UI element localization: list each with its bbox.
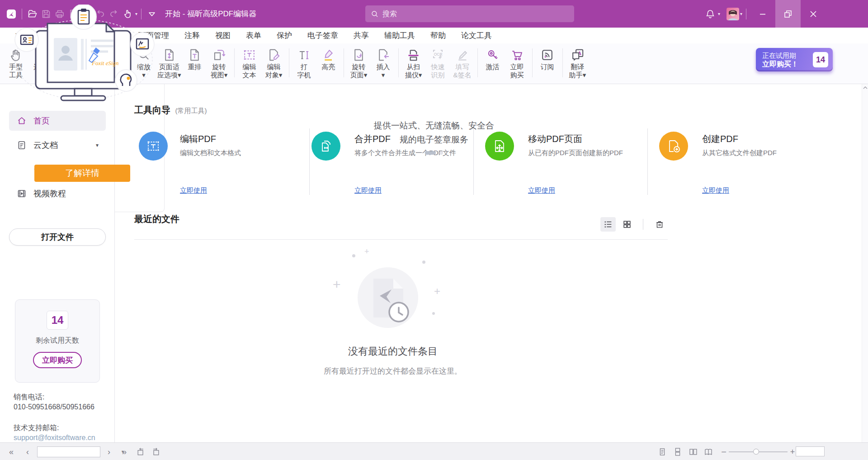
ocr-icon: OCR xyxy=(430,47,445,63)
translate-icon: A xyxy=(570,47,585,63)
move-pdf-use-now-link[interactable]: 立即使用 xyxy=(528,186,555,195)
zoom-value-box[interactable] xyxy=(796,446,825,456)
grid-view-button[interactable] xyxy=(619,217,635,232)
carousel-dot[interactable] xyxy=(439,151,443,155)
sidebar-trial-panel: 14 剩余试用天数 立即购买 xyxy=(15,299,100,383)
zoom-out-button[interactable]: − xyxy=(718,446,730,458)
toolbar-highlight[interactable]: 高亮 xyxy=(316,47,341,71)
titlebar-separator xyxy=(746,9,746,19)
buy-now-button[interactable]: 立即购买 xyxy=(33,352,82,368)
toolbar-buy-now[interactable]: 立即 购买 xyxy=(505,47,529,79)
toolbar-activate[interactable]: 激活 xyxy=(481,47,505,71)
next-page-button[interactable]: › xyxy=(103,446,115,458)
scroll-up-icon[interactable] xyxy=(863,86,868,90)
open-file-button[interactable]: 打开文件 xyxy=(9,228,106,246)
carousel-dot-active[interactable] xyxy=(425,151,436,155)
support-email-label: 技术支持邮箱: xyxy=(14,423,59,433)
tools-wizard-subtitle: (常用工具) xyxy=(175,107,207,114)
menu-esign[interactable]: 电子签章 xyxy=(300,28,346,43)
sparkle-decoration: + xyxy=(434,285,440,298)
toolbar-rotate-view[interactable]: 旋转 视图▾ xyxy=(207,47,231,79)
merge-pdf-use-now-link[interactable]: 立即使用 xyxy=(354,186,382,195)
rotate-pages-icon xyxy=(351,47,366,63)
toolbar-separator xyxy=(477,48,478,77)
scanner-icon xyxy=(406,47,421,63)
toolbar-page-fit[interactable]: 页面适 应选项▾ xyxy=(156,47,183,79)
support-email-link[interactable]: support@foxitsoftware.cn xyxy=(14,434,95,442)
notifications-caret[interactable]: ▾ xyxy=(718,11,720,16)
sales-phone-number: 010-50951668/50951666 xyxy=(14,403,94,411)
list-view-icon xyxy=(603,219,613,229)
first-page-button[interactable]: « xyxy=(5,446,17,458)
titlebar-right-cluster: ▾ ▾ xyxy=(703,0,826,28)
toolbar-insert-pages[interactable]: 插入 ▾ xyxy=(371,47,396,79)
next-view-button[interactable] xyxy=(150,446,162,458)
book-view-button[interactable] xyxy=(703,446,714,458)
recent-files-divider xyxy=(134,239,668,240)
toolbar-separator xyxy=(289,48,289,77)
typewriter-icon xyxy=(297,47,311,63)
trial-badge[interactable]: 正在试用期 立即购买！ 14 xyxy=(756,48,833,71)
toolbar-edit-object[interactable]: 编辑 对象▾ xyxy=(262,47,286,79)
page-number-box[interactable]: ▼ xyxy=(37,446,100,457)
cart-icon xyxy=(509,47,524,63)
learn-more-button[interactable]: 了解详情 xyxy=(34,165,130,182)
sidebar-item-video-tutorials[interactable]: 视频教程 xyxy=(9,184,106,204)
empty-state-description: 所有最近打开过的文件都会显示在这里。 xyxy=(257,366,528,376)
insert-pages-icon xyxy=(376,47,391,63)
clear-recent-button[interactable] xyxy=(652,217,667,232)
search-input[interactable] xyxy=(382,10,569,18)
trial-days-left: 14 xyxy=(813,52,828,67)
toolbar-from-scanner[interactable]: 从扫 描仪▾ xyxy=(401,47,426,79)
toolbar-quick-ocr: OCR 快速 识别 xyxy=(426,47,450,79)
toolbar-fill-sign: 填写 &签名 xyxy=(450,47,475,79)
menu-paper-tools[interactable]: 论文工具 xyxy=(453,28,500,43)
svg-text:OCR: OCR xyxy=(434,52,443,56)
menu-view[interactable]: 视图 xyxy=(208,28,238,43)
menu-help[interactable]: 帮助 xyxy=(423,28,453,43)
list-view-button[interactable] xyxy=(600,217,616,232)
zoom-slider-knob[interactable] xyxy=(753,449,759,455)
avatar-caret[interactable]: ▾ xyxy=(740,11,742,16)
menu-comment[interactable]: 注释 xyxy=(177,28,208,43)
toolbar-typewriter[interactable]: 打 字机 xyxy=(292,47,316,79)
toolbar-reflow[interactable]: 重排 xyxy=(183,47,207,71)
menu-protect[interactable]: 保护 xyxy=(269,28,300,43)
menu-accessibility[interactable]: 辅助工具 xyxy=(377,28,423,43)
empty-state-title: 没有最近的文件条目 xyxy=(257,345,528,358)
notifications-bell-icon[interactable] xyxy=(703,7,717,21)
trial-badge-text: 正在试用期 立即购买！ xyxy=(762,51,813,68)
restore-button[interactable] xyxy=(775,0,801,28)
toolbar-edit-text[interactable]: 编辑 文本 xyxy=(237,47,262,79)
user-avatar[interactable] xyxy=(726,8,739,20)
create-pdf-use-now-link[interactable]: 立即使用 xyxy=(702,186,729,195)
toolbar-separator xyxy=(344,48,344,77)
facing-view-button[interactable] xyxy=(687,446,699,458)
esign-promo-text: 提供一站式、无缝流畅、安全合 规的电子签章服务 xyxy=(0,119,868,147)
single-page-view-button[interactable] xyxy=(656,446,668,458)
search-box[interactable] xyxy=(365,5,574,22)
toolbar-translate-assistant[interactable]: A 翻译 助手▾ xyxy=(566,47,590,79)
activate-key-icon xyxy=(485,47,500,63)
dot-decoration xyxy=(422,261,425,264)
edit-pdf-use-now-link[interactable]: 立即使用 xyxy=(180,186,207,195)
close-button[interactable] xyxy=(801,0,826,28)
menu-share[interactable]: 共享 xyxy=(346,28,377,43)
minimize-button[interactable] xyxy=(750,0,775,28)
previous-view-button[interactable] xyxy=(135,446,146,458)
search-icon xyxy=(371,10,379,18)
continuous-view-button[interactable] xyxy=(672,446,684,458)
previous-page-button[interactable]: ‹ xyxy=(22,446,33,458)
toolbar-separator xyxy=(532,48,533,77)
menu-form[interactable]: 表单 xyxy=(238,28,269,43)
toolbar-rotate-pages[interactable]: 旋转 页面▾ xyxy=(347,47,371,79)
trial-days-caption: 剩余试用天数 xyxy=(36,336,79,346)
vertical-scrollbar[interactable] xyxy=(862,84,868,442)
page-fit-icon xyxy=(162,47,177,63)
fill-sign-icon xyxy=(455,47,470,63)
last-page-button[interactable]: » xyxy=(118,446,130,458)
toolbar-subscribe[interactable]: 订阅 xyxy=(535,47,560,71)
edit-object-icon xyxy=(266,47,281,63)
empty-state-illustration xyxy=(356,266,420,329)
esign-promo-illustration: Foxit eSign xyxy=(8,5,157,115)
